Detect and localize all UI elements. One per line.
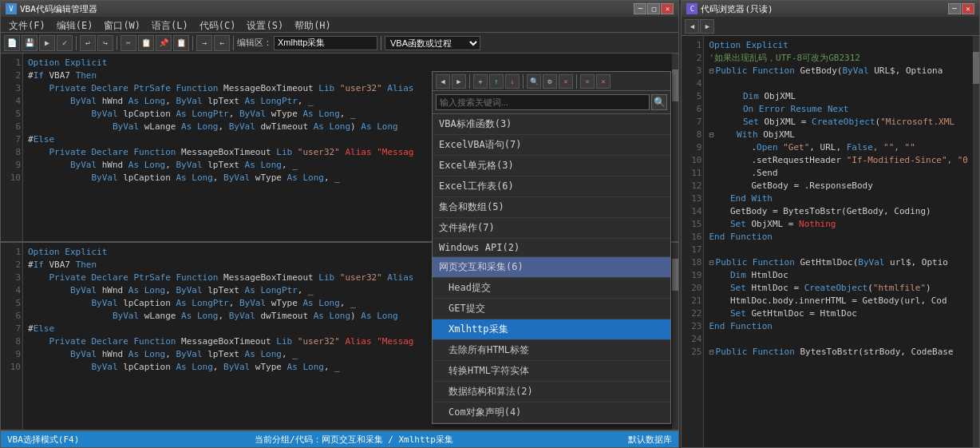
line-numbers-bottom: 12345 678910 — [1, 243, 23, 430]
dd-item-web[interactable]: 网页交互和采集(6) — [433, 257, 670, 278]
sep1 — [76, 36, 77, 50]
menu-bar: 文件(F) 编辑(E) 窗口(W) 语言(L) 代码(C) 设置(S) 帮助(H… — [1, 17, 678, 33]
search-input[interactable] — [436, 94, 650, 110]
cb-line-numbers: 12345 678910 1112131415 1617181920 21222… — [682, 36, 704, 447]
dd-tb-btn1[interactable]: ◀ — [436, 74, 450, 89]
tb-paste2[interactable]: 📋 — [173, 35, 189, 51]
scrollbar-bottom[interactable] — [672, 243, 678, 430]
dropdown-menu: ◀ ▶ + ↑ ↓ 🔍 ⚙ ✕ ✕ ✕ 🔍 VBA标准函数(3) Excel — [432, 71, 671, 424]
cb-toolbar: ◀ ▶ — [682, 17, 979, 36]
dd-sep2 — [523, 74, 524, 89]
tb-btn-2[interactable]: 💾 — [22, 35, 38, 51]
dd-item-excel-vba[interactable]: ExcelVBA语句(7) — [433, 135, 670, 156]
cb-icon: C — [686, 3, 697, 14]
status-bar: VBA选择模式(F4) 当前分组/代码：网页交互和采集 / Xmlhttp采集 … — [1, 431, 678, 447]
menu-language[interactable]: 语言(L) — [147, 18, 193, 30]
cb-code-area: 12345 678910 1112131415 1617181920 21222… — [682, 36, 979, 447]
dd-item-algo[interactable]: 数据结构和算法(2) — [433, 382, 670, 402]
dd-item-convert-html[interactable]: 转换HTML字符实体 — [433, 361, 670, 382]
menu-help[interactable]: 帮助(H) — [290, 18, 336, 30]
dd-item-head[interactable]: Head提交 — [433, 278, 670, 299]
search-button[interactable]: 🔍 — [651, 94, 667, 110]
menu-code[interactable]: 代码(C) — [195, 18, 241, 30]
proc-select[interactable]: VBA函数或过程 — [385, 36, 480, 50]
tb-redo[interactable]: ↪ — [97, 35, 113, 51]
dd-item-xmlhttp[interactable]: Xmlhttp采集 — [433, 319, 670, 340]
code-browser-title: 代码浏览器(只读) — [701, 3, 773, 15]
tb-paste[interactable]: 📌 — [156, 35, 172, 51]
dropdown-toolbar: ◀ ▶ + ↑ ↓ 🔍 ⚙ ✕ ✕ ✕ — [433, 72, 670, 91]
code-browser-window: C 代码浏览器(只读) ─ ✕ ◀ ▶ 12345 678910 1112131… — [681, 0, 980, 448]
dd-item-get[interactable]: GET提交 — [433, 299, 670, 319]
dd-sep3 — [576, 74, 577, 89]
dd-item-excel-sheet[interactable]: Excel工作表(6) — [433, 176, 670, 197]
dd-item-collection[interactable]: 集合和数组(5) — [433, 197, 670, 218]
dd-item-file-ops[interactable]: 文件操作(7) — [433, 218, 670, 239]
dd-tb-btn4[interactable]: ↑ — [489, 74, 504, 89]
editor-label: 编辑区： — [237, 37, 272, 49]
dd-item-excel-cell[interactable]: Excel单元格(3) — [433, 156, 670, 176]
tb-outdent[interactable]: ← — [214, 35, 230, 51]
close-button[interactable]: ✕ — [661, 3, 674, 14]
scrollbar-top[interactable] — [672, 54, 678, 241]
status-left: VBA选择模式(F4) — [7, 434, 79, 446]
menu-settings[interactable]: 设置(S) — [242, 18, 288, 30]
dd-item-com[interactable]: Com对象声明(4) — [433, 402, 670, 423]
sep5 — [381, 36, 381, 50]
dd-tb-btn3[interactable]: + — [473, 74, 488, 89]
dd-tb-btn6[interactable]: 🔍 — [527, 74, 541, 89]
menu-window[interactable]: 窗口(W) — [99, 18, 145, 30]
tb-undo[interactable]: ↩ — [80, 35, 96, 51]
dd-sep1 — [469, 74, 470, 89]
dd-tb-btn10[interactable]: ✕ — [596, 74, 611, 89]
tb-btn-3[interactable]: ▶ — [39, 35, 55, 51]
cb-close[interactable]: ✕ — [962, 3, 974, 14]
dd-tb-btn9[interactable]: ✕ — [580, 74, 595, 89]
sep3 — [192, 36, 193, 50]
dd-item-win-api[interactable]: Windows API(2) — [433, 239, 670, 257]
tb-btn-1[interactable]: 📄 — [4, 35, 20, 51]
tb-cut[interactable]: ✂ — [121, 35, 136, 51]
dropdown-list: VBA标准函数(3) ExcelVBA语句(7) Excel单元格(3) Exc… — [433, 114, 670, 423]
dd-tb-btn2[interactable]: ▶ — [452, 74, 466, 89]
vba-editor-titlebar: V VBA代码编辑管理器 ─ □ ✕ — [1, 1, 678, 17]
tb-btn-check[interactable]: ✓ — [57, 35, 73, 51]
search-box: 🔍 — [433, 91, 670, 114]
cb-tb2[interactable]: ▶ — [700, 19, 714, 34]
dd-tb-btn5[interactable]: ↓ — [505, 74, 520, 89]
minimize-button[interactable]: ─ — [634, 3, 646, 14]
cb-code-content[interactable]: Option Explicit '如果出现乱码，UTF-8可改为GB2312 ⊟… — [704, 36, 973, 447]
cb-minimize[interactable]: ─ — [948, 3, 961, 14]
dd-tb-btn8[interactable]: ✕ — [559, 74, 573, 89]
maximize-button[interactable]: □ — [647, 3, 660, 14]
sep2 — [117, 36, 117, 50]
menu-file[interactable]: 文件(F) — [4, 18, 50, 30]
vba-editor-window: V VBA代码编辑管理器 ─ □ ✕ 文件(F) 编辑(E) 窗口(W) 语言(… — [0, 0, 679, 448]
status-right: 默认数据库 — [628, 434, 672, 446]
menu-edit[interactable]: 编辑(E) — [52, 18, 98, 30]
tb-copy[interactable]: 📋 — [138, 35, 154, 51]
cb-tb1[interactable]: ◀ — [685, 19, 699, 34]
dd-tb-btn7[interactable]: ⚙ — [543, 74, 557, 89]
editor-name-input[interactable] — [274, 36, 377, 50]
dd-item-vba-std[interactable]: VBA标准函数(3) — [433, 114, 670, 135]
dd-item-strip-html[interactable]: 去除所有HTML标签 — [433, 340, 670, 361]
line-numbers-top: 12345 678910 — [1, 54, 23, 241]
cb-scrollbar[interactable] — [973, 36, 979, 447]
code-browser-titlebar: C 代码浏览器(只读) ─ ✕ — [682, 1, 979, 17]
sep4 — [233, 36, 234, 50]
tb-indent[interactable]: → — [196, 35, 212, 51]
status-center: 当前分组/代码：网页交互和采集 / Xmlhttp采集 — [255, 434, 453, 446]
main-toolbar: 📄 💾 ▶ ✓ ↩ ↪ ✂ 📋 📌 📋 → ← 编辑区： VBA函数或过程 — [1, 33, 678, 54]
vba-icon: V — [6, 3, 17, 14]
vba-editor-title: VBA代码编辑管理器 — [20, 3, 97, 15]
